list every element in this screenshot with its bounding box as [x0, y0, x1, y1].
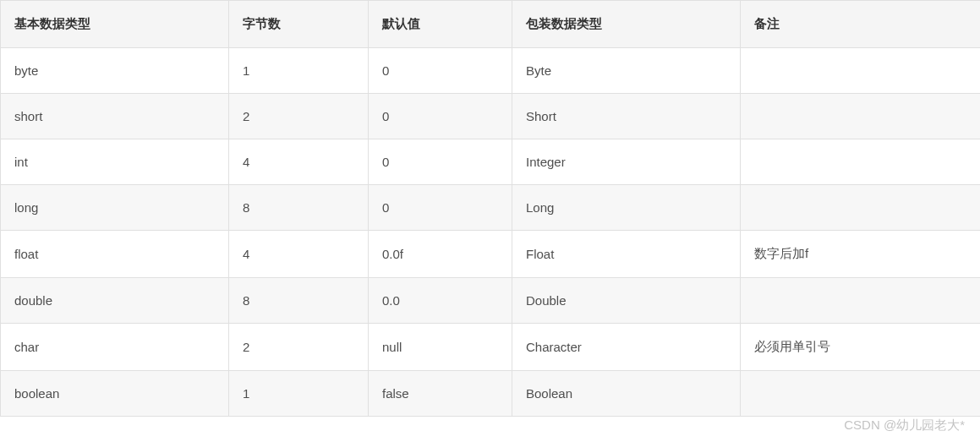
cell-wrapper-type: Byte	[512, 48, 741, 94]
cell-primitive-type: byte	[1, 48, 229, 94]
cell-remark: 必须用单引号	[741, 324, 981, 371]
cell-byte-count: 1	[229, 48, 369, 94]
cell-primitive-type: double	[1, 278, 229, 324]
cell-byte-count: 8	[229, 278, 369, 324]
table-row: char 2 null Character 必须用单引号	[1, 324, 981, 371]
cell-default-value: 0.0	[369, 278, 512, 324]
table-row: float 4 0.0f Float 数字后加f	[1, 231, 981, 278]
header-wrapper-type: 包装数据类型	[512, 1, 741, 48]
data-types-table: 基本数据类型 字节数 默认值 包装数据类型 备注 byte 1 0 Byte s…	[0, 0, 980, 417]
cell-default-value: null	[369, 324, 512, 371]
cell-primitive-type: long	[1, 185, 229, 231]
table-row: long 8 0 Long	[1, 185, 981, 231]
cell-primitive-type: boolean	[1, 371, 229, 417]
cell-primitive-type: float	[1, 231, 229, 278]
cell-remark	[741, 185, 981, 231]
cell-default-value: 0.0f	[369, 231, 512, 278]
header-byte-count: 字节数	[229, 1, 369, 48]
table-row: int 4 0 Integer	[1, 139, 981, 185]
cell-remark	[741, 371, 981, 417]
cell-byte-count: 2	[229, 324, 369, 371]
cell-wrapper-type: Integer	[512, 139, 741, 185]
cell-wrapper-type: Short	[512, 94, 741, 139]
cell-default-value: 0	[369, 185, 512, 231]
cell-byte-count: 1	[229, 371, 369, 417]
cell-primitive-type: char	[1, 324, 229, 371]
table-header-row: 基本数据类型 字节数 默认值 包装数据类型 备注	[1, 1, 981, 48]
cell-default-value: 0	[369, 94, 512, 139]
cell-primitive-type: int	[1, 139, 229, 185]
cell-remark	[741, 278, 981, 324]
cell-byte-count: 2	[229, 94, 369, 139]
cell-default-value: false	[369, 371, 512, 417]
cell-remark: 数字后加f	[741, 231, 981, 278]
table-row: boolean 1 false Boolean	[1, 371, 981, 417]
cell-wrapper-type: Double	[512, 278, 741, 324]
watermark: CSDN @幼儿园老大*	[844, 417, 965, 434]
table-row: short 2 0 Short	[1, 94, 981, 139]
cell-remark	[741, 139, 981, 185]
cell-byte-count: 8	[229, 185, 369, 231]
header-primitive-type: 基本数据类型	[1, 1, 229, 48]
table-row: double 8 0.0 Double	[1, 278, 981, 324]
cell-remark	[741, 94, 981, 139]
cell-default-value: 0	[369, 139, 512, 185]
cell-wrapper-type: Long	[512, 185, 741, 231]
cell-wrapper-type: Character	[512, 324, 741, 371]
header-default-value: 默认值	[369, 1, 512, 48]
cell-byte-count: 4	[229, 139, 369, 185]
table-row: byte 1 0 Byte	[1, 48, 981, 94]
cell-default-value: 0	[369, 48, 512, 94]
cell-primitive-type: short	[1, 94, 229, 139]
header-remark: 备注	[741, 1, 981, 48]
cell-byte-count: 4	[229, 231, 369, 278]
cell-wrapper-type: Float	[512, 231, 741, 278]
cell-wrapper-type: Boolean	[512, 371, 741, 417]
cell-remark	[741, 48, 981, 94]
